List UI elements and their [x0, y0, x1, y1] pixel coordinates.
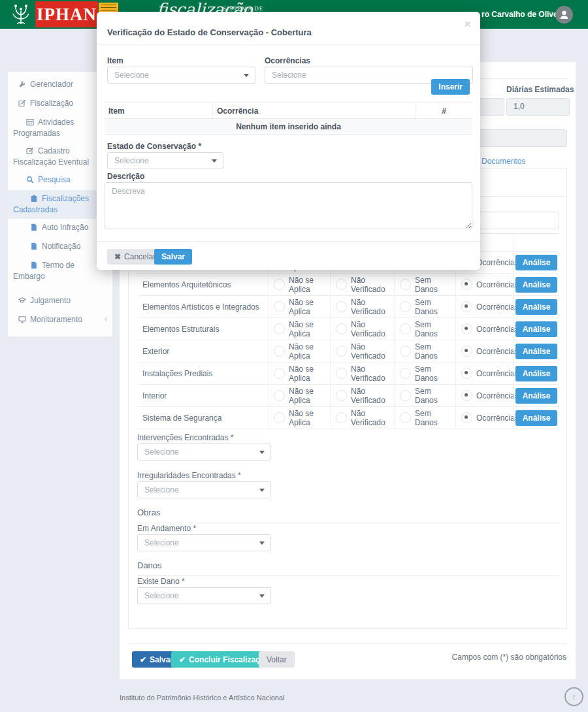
radio-icon[interactable] — [400, 279, 411, 290]
radio-icon[interactable] — [274, 301, 285, 312]
radio-option-3[interactable]: Ocorrências — [455, 340, 513, 362]
descricao-label: Descrição — [107, 172, 144, 181]
em-andamento-select[interactable]: Selecione — [137, 534, 271, 551]
em-andamento-label: Em Andamento * — [137, 524, 196, 533]
radio-label: Não se Aplica — [289, 387, 330, 405]
radio-option-1[interactable]: Não Verificado — [330, 340, 394, 362]
radio-icon[interactable] — [461, 346, 472, 357]
radio-option-2[interactable]: Sem Danos — [394, 274, 455, 295]
estado-conservacao-label: Estado de Conservação * — [107, 142, 201, 151]
radio-icon[interactable] — [461, 390, 472, 401]
radio-option-1[interactable]: Não Verificado — [330, 363, 394, 384]
modal-salvar-button[interactable]: Salvar — [154, 249, 192, 265]
radio-option-2[interactable]: Sem Danos — [394, 340, 455, 362]
radio-icon[interactable] — [400, 412, 411, 423]
close-icon[interactable]: × — [464, 17, 471, 31]
radio-icon[interactable] — [336, 279, 347, 290]
radio-option-0[interactable]: Não se Aplica — [268, 407, 330, 429]
user-name: ro Carvalho de Oliveira — [482, 10, 567, 19]
radio-label: Não se Aplica — [289, 276, 330, 294]
radio-option-2[interactable]: Sem Danos — [394, 407, 455, 429]
radio-icon[interactable] — [274, 323, 285, 334]
radio-option-3[interactable]: Ocorrências — [455, 318, 513, 340]
edit-icon — [18, 99, 26, 110]
radio-option-0[interactable]: Não se Aplica — [268, 385, 330, 406]
danos-section-heading: Danos — [137, 560, 559, 576]
radio-option-2[interactable]: Sem Danos — [394, 296, 455, 317]
voltar-button[interactable]: Voltar — [259, 651, 295, 668]
radio-label: Sem Danos — [415, 320, 455, 338]
radio-icon[interactable] — [461, 368, 472, 379]
radio-icon[interactable] — [461, 279, 472, 290]
radio-icon[interactable] — [461, 301, 472, 312]
radio-icon[interactable] — [461, 323, 472, 334]
radio-option-0[interactable]: Não se Aplica — [268, 318, 330, 340]
radio-option-2[interactable]: Sem Danos — [394, 363, 455, 384]
radio-icon[interactable] — [336, 323, 347, 334]
radio-icon[interactable] — [274, 346, 285, 357]
radio-icon[interactable] — [400, 390, 411, 401]
radio-option-3[interactable]: Ocorrências — [455, 407, 513, 429]
radio-label: Ocorrências — [476, 280, 519, 289]
descricao-textarea[interactable] — [105, 182, 472, 229]
radio-icon[interactable] — [400, 323, 411, 334]
radio-option-3[interactable]: Ocorrências — [455, 385, 513, 406]
irregularidades-select[interactable]: Selecione — [137, 481, 271, 498]
radio-icon[interactable] — [400, 346, 411, 357]
analise-button[interactable]: Análise — [515, 321, 558, 337]
radio-label: Ocorrências — [476, 258, 519, 267]
analise-button[interactable]: Análise — [515, 410, 558, 426]
modal-ocorrencias-label: Ocorrências — [265, 56, 310, 65]
radio-icon[interactable] — [400, 368, 411, 379]
radio-icon[interactable] — [274, 412, 285, 423]
radio-icon[interactable] — [336, 368, 347, 379]
analise-button[interactable]: Análise — [515, 388, 558, 404]
radio-option-1[interactable]: Não Verificado — [330, 296, 394, 317]
radio-icon[interactable] — [336, 412, 347, 423]
analise-button[interactable]: Análise — [515, 255, 558, 270]
intervencoes-select[interactable]: Selecione — [137, 444, 271, 461]
radio-option-3[interactable]: Ocorrências — [455, 296, 513, 317]
analise-button[interactable]: Análise — [515, 277, 558, 293]
inserir-button[interactable]: Inserir — [431, 79, 470, 95]
analise-button[interactable]: Análise — [515, 344, 558, 359]
radio-icon[interactable] — [400, 301, 411, 312]
radio-icon[interactable] — [336, 301, 347, 312]
estado-conservacao-select[interactable]: Selecione — [107, 152, 223, 169]
radio-option-1[interactable]: Não Verificado — [330, 274, 394, 295]
radio-icon[interactable] — [274, 279, 285, 290]
radio-icon[interactable] — [274, 368, 285, 379]
radio-option-1[interactable]: Não Verificado — [330, 407, 394, 429]
radio-icon[interactable] — [336, 390, 347, 401]
user-avatar-button[interactable] — [555, 6, 573, 24]
radio-label: Ocorrências — [476, 413, 519, 423]
radio-icon[interactable] — [461, 412, 472, 423]
radio-icon[interactable] — [274, 390, 285, 401]
diarias-input[interactable] — [506, 98, 570, 116]
radio-option-2[interactable]: Sem Danos — [394, 318, 455, 340]
radio-option-1[interactable]: Não Verificado — [330, 318, 394, 340]
radio-label: Ocorrências — [476, 391, 519, 400]
sidebar-item-monitoramento[interactable]: Monitoramento‹ — [8, 311, 112, 330]
radio-option-0[interactable]: Não se Aplica — [268, 274, 330, 295]
radio-icon[interactable] — [336, 346, 347, 357]
radio-option-0[interactable]: Não se Aplica — [268, 363, 330, 384]
chevron-left-icon[interactable]: ‹ — [105, 314, 107, 323]
analise-button[interactable]: Análise — [515, 366, 558, 381]
modal-item-select[interactable]: Selecione — [107, 67, 255, 84]
radio-option-3[interactable]: Ocorrências — [455, 363, 513, 384]
radio-option-1[interactable]: Não Verificado — [330, 385, 394, 406]
table-row: Sistema de SegurançaNão se AplicaNão Ver… — [137, 407, 559, 429]
analise-button[interactable]: Análise — [515, 299, 558, 315]
sidebar-item-label: Fiscalização — [30, 99, 73, 108]
radio-option-3[interactable]: Ocorrências — [455, 274, 513, 295]
radio-option-0[interactable]: Não se Aplica — [268, 296, 330, 317]
documentos-link[interactable]: Documentos — [482, 157, 525, 166]
scroll-top-button[interactable]: ↑ — [564, 687, 583, 706]
radio-label: Não se Aplica — [289, 364, 330, 383]
radio-option-2[interactable]: Sem Danos — [394, 385, 455, 406]
radio-option-0[interactable]: Não se Aplica — [268, 340, 330, 362]
sidebar-item-julgamento[interactable]: Julgamento — [8, 292, 112, 311]
radio-label: Não Verificado — [351, 320, 394, 338]
existe-dano-select[interactable]: Selecione — [137, 587, 271, 604]
